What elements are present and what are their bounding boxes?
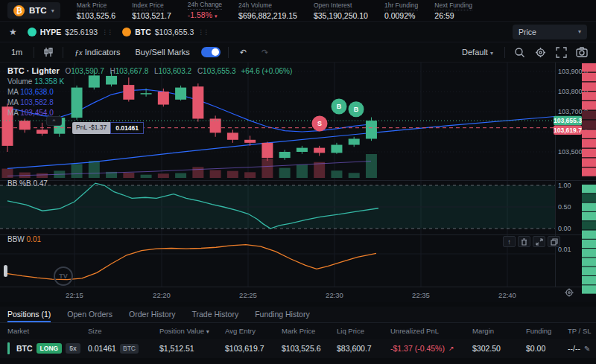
drag-handle-icon[interactable]: ⋮⋮	[101, 28, 112, 36]
buysell-marks-label: Buy/Sell Marks	[131, 45, 193, 59]
interval-button[interactable]: 1m	[7, 45, 26, 59]
svg-text:22:25: 22:25	[239, 291, 257, 299]
chart-legend: BTC · Lighter O103,590.7 H103,667.8 L103…	[7, 66, 292, 118]
tab-funding-history[interactable]: Funding History	[255, 310, 310, 322]
pnl-value: PnL -$1.37	[72, 122, 110, 134]
divider	[34, 47, 34, 58]
axis-settings-gear-icon[interactable]	[564, 287, 574, 301]
fullscreen-icon[interactable]	[554, 45, 568, 59]
volume-indicator-label[interactable]: Volume	[7, 77, 32, 86]
size-unit-chip: BTC	[120, 344, 139, 354]
tab-order-history[interactable]: Order History	[129, 310, 175, 322]
position-value: $1,512.51	[159, 344, 225, 353]
chart-area: 103,900.0103,800.0103,700.0103,600.0103,…	[0, 63, 596, 302]
chart-toolbar: 1m ƒx Indicators Buy/Sell Marks ↶ ↷ Defa…	[0, 42, 596, 63]
search-icon[interactable]	[513, 45, 526, 59]
side-badge: LONG	[37, 343, 63, 354]
long-accent-bar	[7, 342, 10, 354]
buysell-marks-toggle[interactable]	[201, 47, 221, 57]
watch-item-hype[interactable]: HYPE $25.6193 ⋮⋮	[28, 28, 112, 36]
stat-24h-volume: 24h Volume $696,882,219.15	[238, 1, 297, 19]
watchlist-bar: ★ HYPE $25.6193 ⋮⋮ BTC $103,655.3 ⋮⋮ Pri…	[0, 21, 596, 42]
unrealized-pnl: -$1.37 (-0.45%)	[390, 344, 445, 353]
change-down-icon: ▾	[215, 13, 218, 19]
svg-text:103,655.3: 103,655.3	[554, 117, 582, 124]
margin: $302.50	[472, 344, 526, 353]
svg-text:0.00: 0.00	[558, 225, 571, 232]
svg-text:S: S	[317, 120, 322, 127]
position-market: BTC	[16, 344, 33, 353]
pane-move-up-button[interactable]: ↑	[503, 236, 516, 247]
price-change: +64.6 (+0.06%)	[241, 67, 292, 75]
divider	[63, 47, 63, 58]
avg-entry: $103,619.7	[225, 344, 282, 353]
pane-maximize-button[interactable]	[533, 236, 545, 247]
indicators-button[interactable]: ƒx Indicators	[71, 45, 124, 59]
favorites-star-icon[interactable]: ★	[9, 27, 17, 37]
btc-coin-icon	[122, 28, 131, 36]
funding: $0.00	[526, 344, 568, 353]
tab-open-orders[interactable]: Open Orders	[67, 310, 112, 322]
symbol-title[interactable]: BTC · Lighter	[7, 66, 60, 75]
svg-text:22:20: 22:20	[153, 291, 171, 299]
redo-button[interactable]: ↷	[258, 45, 272, 60]
chevron-down-icon: ▾	[578, 28, 581, 35]
chevron-down-icon: ▾	[51, 7, 54, 14]
sortable-column[interactable]: Position Value ▾	[159, 327, 225, 335]
pane-restore-button[interactable]	[548, 236, 560, 247]
svg-text:22:40: 22:40	[498, 291, 516, 299]
tab-trade-history[interactable]: Trade History	[192, 310, 239, 322]
positions-tabs: Positions (1) Open Orders Order History …	[0, 307, 596, 323]
price-dropdown[interactable]: Price ▾	[513, 25, 587, 39]
market-selector[interactable]: ₿ BTC ▾	[7, 2, 60, 19]
svg-text:0.50: 0.50	[558, 203, 571, 211]
svg-text:103,619.7: 103,619.7	[554, 127, 582, 134]
stat-1hr-funding: 1hr Funding 0.0092%	[384, 1, 418, 19]
sort-caret-icon: ▾	[206, 328, 209, 335]
stat-open-interest: Open Interest $35,190,250.10	[314, 1, 368, 19]
pane-controls: ↑	[503, 236, 560, 247]
position-pnl-tooltip: PnL -$1.37 0.01461	[72, 122, 144, 134]
divider	[228, 47, 229, 58]
legend-collapse-button[interactable]: ^	[46, 116, 62, 126]
position-row[interactable]: BTC LONG 5x 0.01461 BTC $1,512.51 $103,6…	[0, 339, 596, 358]
position-size-value: 0.01461	[110, 122, 144, 134]
undo-button[interactable]: ↶	[236, 45, 250, 60]
hype-coin-icon	[28, 28, 37, 36]
stat-index-price: Index Price $103,521.7	[132, 1, 171, 19]
watch-item-btc[interactable]: BTC $103,655.3 ⋮⋮	[122, 28, 208, 36]
candle-style-button[interactable]	[42, 45, 55, 59]
market-selector-label: BTC	[29, 6, 47, 15]
ma-indicator-label[interactable]: MA	[7, 88, 18, 96]
settings-gear-icon[interactable]	[533, 45, 547, 59]
svg-text:22:15: 22:15	[66, 291, 83, 299]
layout-dropdown[interactable]: Default ▾	[458, 45, 497, 59]
top-stats-bar: ₿ BTC ▾ Mark Price $103,525.6 Index Pric…	[0, 0, 596, 21]
tpsl-value: --/--	[568, 344, 580, 353]
svg-text:1.00: 1.00	[558, 182, 571, 189]
svg-text:22:35: 22:35	[412, 291, 430, 299]
edit-tpsl-icon[interactable]: ✎	[584, 345, 590, 353]
position-size: 0.01461	[88, 344, 116, 353]
drag-handle-icon[interactable]: ⋮⋮	[197, 28, 208, 36]
fx-icon: ƒx	[74, 48, 82, 57]
stat-next-funding: Next Funding 26:59	[434, 1, 472, 19]
btc-coin-icon: ₿	[13, 5, 25, 16]
stat-mark-price: Mark Price $103,525.6	[77, 1, 116, 19]
stat-24h-change: 24h Change -1.58% ▾	[188, 1, 222, 20]
pane-resize-handle[interactable]	[4, 265, 7, 277]
ma-indicator-label[interactable]: MA	[7, 98, 18, 106]
share-pnl-icon[interactable]: ↗	[448, 345, 454, 352]
tab-positions[interactable]: Positions (1)	[7, 310, 51, 322]
divider	[504, 47, 505, 58]
camera-snapshot-icon[interactable]	[575, 45, 589, 59]
svg-text:B: B	[337, 103, 342, 110]
bbpb-indicator-label[interactable]: BB %B 0.47	[7, 179, 48, 188]
chevron-down-icon: ▾	[490, 50, 493, 57]
svg-text:B: B	[354, 106, 359, 113]
positions-table-header: Market Size Position Value ▾ Avg Entry M…	[0, 323, 596, 339]
bbw-indicator-label[interactable]: BBW 0.01	[7, 235, 41, 243]
leverage-badge: 5x	[66, 343, 80, 354]
pane-delete-button[interactable]	[518, 236, 530, 247]
ma-indicator-label[interactable]: MA	[7, 109, 18, 117]
